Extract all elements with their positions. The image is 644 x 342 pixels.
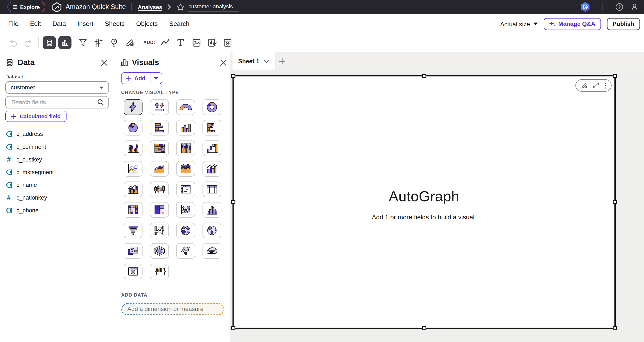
visual-type-sankey[interactable] <box>150 222 169 238</box>
visual-type-stacked-combo[interactable] <box>124 182 142 197</box>
menu-objects[interactable]: Objects <box>136 20 158 27</box>
field-row-c-name[interactable]: c_name <box>5 180 37 190</box>
analysis-edit-button[interactable] <box>125 38 134 48</box>
resize-handle-w[interactable] <box>231 200 235 204</box>
visual-type-autograph[interactable] <box>124 100 142 115</box>
add-embed-button[interactable] <box>222 38 232 48</box>
user-profile-icon[interactable] <box>630 2 639 12</box>
add-visual-button[interactable] <box>207 38 217 48</box>
breadcrumb-analyses-link[interactable]: Analyses <box>138 4 162 10</box>
chevron-down-icon[interactable] <box>264 59 270 63</box>
filter-button[interactable] <box>78 38 88 48</box>
resize-handle-se[interactable] <box>613 326 617 330</box>
add-trend-line-button[interactable] <box>160 38 170 48</box>
resize-handle-s[interactable] <box>422 326 426 330</box>
visual-type-horizontal-100-stacked-bar[interactable] <box>150 140 169 156</box>
add-visual-button[interactable]: Add <box>122 73 150 84</box>
visual-type-combo[interactable] <box>202 161 221 176</box>
add-image-button[interactable] <box>191 38 201 48</box>
data-panel-close-icon[interactable] <box>101 60 107 66</box>
field-row-c-mktsegment[interactable]: c_mktsegment <box>5 167 54 178</box>
visuals-panel-close-icon[interactable] <box>220 60 226 66</box>
visual-menu-kebab-icon[interactable] <box>604 82 606 89</box>
explore-button[interactable]: Explore <box>7 2 45 12</box>
visual-type-radar[interactable] <box>150 243 169 259</box>
visual-type-vertical-bar[interactable] <box>176 120 195 136</box>
visual-type-vertical-stacked-bar[interactable] <box>124 140 142 156</box>
visual-type-box-plot[interactable] <box>150 182 169 197</box>
field-row-c-comment[interactable]: c_comment <box>5 141 46 152</box>
visual-type-points-on-map[interactable] <box>176 222 195 238</box>
field-row-c-nationkey[interactable]: # c_nationkey <box>5 192 47 203</box>
visual-type-vertical-100-stacked-bar[interactable] <box>176 140 195 156</box>
visual-type-scatter[interactable] <box>176 202 195 218</box>
bar-chart-icon <box>61 39 69 47</box>
add-sheet-button[interactable] <box>275 52 289 70</box>
visual-type-histogram[interactable] <box>202 202 221 218</box>
visual-type-kpi[interactable] <box>150 100 169 115</box>
field-row-c-custkey[interactable]: # c_custkey <box>5 154 42 165</box>
visual-type-line[interactable] <box>124 161 142 176</box>
quick-suite-app-icon[interactable] <box>580 2 591 12</box>
menu-insert[interactable]: Insert <box>78 20 93 27</box>
favorite-star-icon[interactable] <box>176 3 185 11</box>
visual-type-funnel[interactable] <box>124 222 142 238</box>
add-visual-dropdown-button[interactable] <box>150 73 162 84</box>
publish-button[interactable]: Publish <box>607 18 640 30</box>
resize-handle-nw[interactable] <box>231 74 235 78</box>
visual-type-table[interactable] <box>202 182 221 197</box>
menu-search[interactable]: Search <box>169 20 190 27</box>
quick-suite-logo-icon[interactable] <box>52 2 62 12</box>
redo-button[interactable] <box>23 38 32 48</box>
visual-type-heat-map[interactable] <box>124 202 142 218</box>
visual-type-donut[interactable] <box>202 100 221 115</box>
sheet-tab[interactable]: Sheet 1 <box>232 52 275 70</box>
visual-type-word-cloud[interactable] <box>202 243 221 259</box>
dataset-select[interactable]: customer <box>5 81 109 94</box>
visual-type-custom-narrative[interactable]: {} <box>150 264 169 279</box>
insights-button[interactable] <box>109 38 119 48</box>
menu-edit[interactable]: Edit <box>30 20 41 27</box>
menu-sheets[interactable]: Sheets <box>105 20 124 27</box>
manage-qa-button[interactable]: Manage Q&A <box>544 18 600 30</box>
toggle-data-panel-button[interactable] <box>43 36 56 49</box>
field-row-c-phone[interactable]: c_phone <box>5 205 38 216</box>
visual-type-pivot-table[interactable] <box>176 182 195 197</box>
visuals-panel: Visuals Add CHANGE VISUAL TYPE <box>115 52 230 342</box>
toggle-visuals-panel-button[interactable] <box>58 36 72 49</box>
field-row-c-address[interactable]: c_address <box>5 128 43 139</box>
visual-type-area[interactable] <box>150 161 169 176</box>
resize-handle-ne[interactable] <box>613 74 617 78</box>
visual-type-horizontal-bar[interactable] <box>150 120 169 136</box>
analysis-title[interactable]: customer analysis <box>188 2 239 12</box>
visual-type-tree-map[interactable] <box>150 202 169 218</box>
visual-type-insights[interactable] <box>176 243 195 259</box>
search-icon[interactable] <box>97 98 104 106</box>
visual-maximize-icon[interactable] <box>593 82 599 89</box>
autograph-visual[interactable]: AutoGraph Add 1 or more fields to build … <box>232 75 616 329</box>
visual-type-horizontal-stacked-bar[interactable] <box>202 120 221 136</box>
visual-type-stacked-area[interactable] <box>176 161 195 176</box>
data-panel-title: Data <box>18 58 34 67</box>
help-icon[interactable]: ? <box>615 2 624 12</box>
calculated-field-button[interactable]: Calculated field <box>5 111 66 122</box>
resize-handle-e[interactable] <box>613 200 617 204</box>
visual-type-custom-map[interactable] <box>124 243 142 259</box>
add-dimension-or-measure-dropzone[interactable]: Add a dimension or measure <box>121 303 225 315</box>
add-text-button[interactable] <box>176 38 186 48</box>
visual-type-waterfall[interactable] <box>202 140 221 156</box>
menu-data[interactable]: Data <box>52 20 66 27</box>
visual-edit-icon[interactable] <box>581 82 588 89</box>
resize-handle-n[interactable] <box>422 74 426 78</box>
visuals-panel-title: Visuals <box>132 58 159 67</box>
menu-file[interactable]: File <box>8 20 18 27</box>
visual-type-custom-visual[interactable] <box>124 264 142 279</box>
controls-button[interactable] <box>94 38 103 48</box>
undo-button[interactable] <box>9 38 18 48</box>
visual-type-filled-map[interactable] <box>202 222 221 238</box>
zoom-level-select[interactable]: Actual size <box>500 20 538 27</box>
visual-type-gauge[interactable] <box>176 100 195 115</box>
resize-handle-sw[interactable] <box>231 326 235 330</box>
visual-type-pie[interactable] <box>124 120 142 136</box>
search-fields-input[interactable] <box>11 98 97 106</box>
